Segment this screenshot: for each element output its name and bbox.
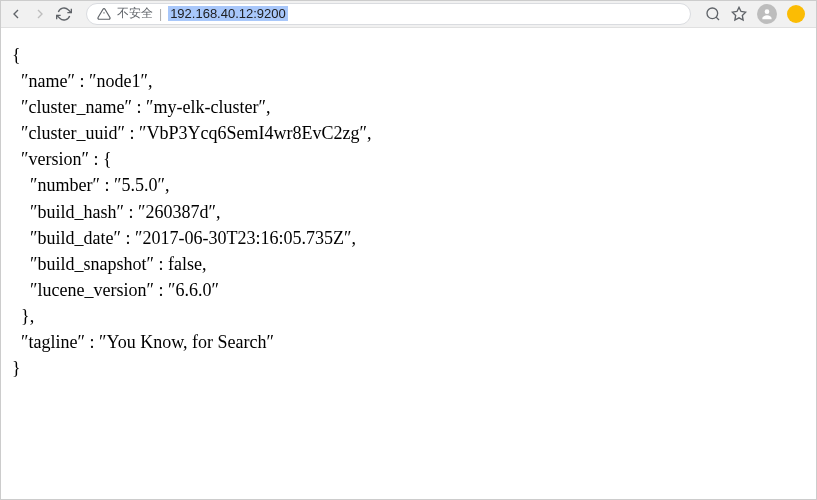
svg-point-1 [765, 9, 770, 14]
security-label: 不安全 [117, 5, 153, 22]
address-bar[interactable]: 不安全 | 192.168.40.12:9200 [86, 3, 691, 25]
browser-toolbar: 不安全 | 192.168.40.12:9200 [0, 0, 817, 28]
url-text: 192.168.40.12:9200 [168, 6, 288, 21]
reload-button[interactable] [56, 6, 72, 22]
zoom-icon[interactable] [705, 6, 721, 22]
address-divider: | [159, 7, 162, 21]
notification-icon[interactable] [787, 5, 805, 23]
not-secure-icon [97, 7, 111, 21]
forward-button[interactable] [32, 6, 48, 22]
bookmark-star-icon[interactable] [731, 6, 747, 22]
json-response-body: { ″name″ : ″node1″, ″cluster_name″ : ″my… [0, 28, 817, 395]
svg-point-0 [707, 8, 718, 19]
back-button[interactable] [8, 6, 24, 22]
toolbar-right-icons [705, 4, 809, 24]
profile-avatar-icon[interactable] [757, 4, 777, 24]
